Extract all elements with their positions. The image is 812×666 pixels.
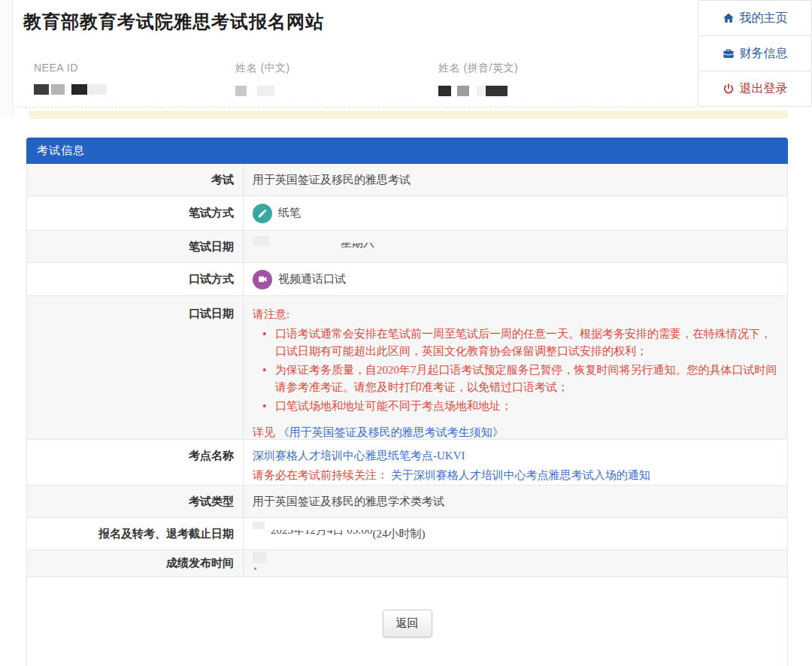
table-row-speaking-mode: 口试方式 视频通话口试 xyxy=(27,263,787,296)
row-value: 深圳赛格人才培训中心雅思纸笔考点-UKVI 请务必在考试前持续关注： 关于深圳赛… xyxy=(244,440,787,485)
redaction-block xyxy=(253,552,267,563)
centre-notice-prefix: 请务必在考试前持续关注： xyxy=(253,469,388,481)
neea-id-redacted-value xyxy=(34,83,109,95)
clipped-text: 星期六 xyxy=(341,243,374,251)
row-value-redacted: 2023年12月4日 05:00 (24小时制) xyxy=(244,518,787,549)
table-row-speaking-date: 口试日期 请注意: 口语考试通常会安排在笔试前一周至笔试后一周的任意一天。根据考… xyxy=(27,296,787,440)
name-cn-field: 姓名 (中文) xyxy=(235,62,290,96)
table-row-written-mode: 笔试方式 纸笔 xyxy=(27,196,787,231)
neea-id-field: NEEA ID xyxy=(34,62,109,95)
redaction-block xyxy=(235,86,247,96)
redaction-dot xyxy=(254,568,256,570)
menu-item-label: 财务信息 xyxy=(740,46,788,62)
see-also-line: 详见 《用于英国签证及移民的雅思考试考生须知》 xyxy=(253,424,778,441)
pencil-icon xyxy=(253,204,272,223)
row-value: 纸笔 xyxy=(244,196,787,230)
row-label: 笔试日期 xyxy=(27,231,244,262)
table-row-centre-name: 考点名称 深圳赛格人才培训中心雅思纸笔考点-UKVI 请务必在考试前持续关注： … xyxy=(27,440,787,486)
speaking-date-notice: 请注意: 口语考试通常会安排在笔试前一周至笔试后一周的任意一天。根据考务安排的需… xyxy=(253,296,778,441)
row-value: 用于英国签证及移民的雅思学术类考试 xyxy=(244,486,787,517)
redaction-block xyxy=(51,84,65,95)
row-value: 请注意: 口语考试通常会安排在笔试前一周至笔试后一周的任意一天。根据考务安排的需… xyxy=(244,296,787,439)
briefcase-icon xyxy=(723,47,735,59)
redaction-block xyxy=(34,84,49,95)
menu-item-label: 退出登录 xyxy=(740,81,788,97)
notice-list: 口语考试通常会安排在笔试前一周至笔试后一周的任意一天。根据考务安排的需要，在特殊… xyxy=(253,325,778,415)
speaking-mode-text: 视频通话口试 xyxy=(278,272,346,286)
row-label: 考试 xyxy=(27,164,244,195)
back-button[interactable]: 返回 xyxy=(383,610,432,637)
exam-info-panel: 考试信息 考试 用于英国签证及移民的雅思考试 笔试方式 纸笔 笔试日期 星期六 xyxy=(26,138,788,666)
redaction-block xyxy=(486,86,508,96)
row-value: 用于英国签证及移民的雅思考试 xyxy=(244,164,787,195)
redaction-block xyxy=(438,86,451,96)
notice-item: 口笔试场地和地址可能不同于考点场地和地址； xyxy=(253,398,778,415)
alert-strip xyxy=(29,110,788,119)
page-left-gutter xyxy=(0,0,13,117)
notice-item: 口语考试通常会安排在笔试前一周至笔试后一周的任意一天。根据考务安排的需要，在特殊… xyxy=(253,325,778,360)
written-mode-text: 纸笔 xyxy=(278,206,301,220)
centre-value: 深圳赛格人才培训中心雅思纸笔考点-UKVI 请务必在考试前持续关注： 关于深圳赛… xyxy=(253,440,650,491)
power-icon xyxy=(723,83,735,95)
notice-item: 为保证考务质量，自2020年7月起口语考试预定服务已暂停，恢复时间将另行通知。您… xyxy=(253,362,778,396)
row-value-redacted: 星期六 xyxy=(244,231,787,262)
name-cn-redacted-value xyxy=(235,85,290,96)
row-label: 口试方式 xyxy=(27,263,244,295)
table-row-exam: 考试 用于英国签证及移民的雅思考试 xyxy=(27,164,787,196)
see-also-prefix: 详见 xyxy=(253,426,275,438)
table-row-deadline: 报名及转考、退考截止日期 2023年12月4日 05:00 (24小时制) xyxy=(27,518,787,550)
row-label: 报名及转考、退考截止日期 xyxy=(27,518,244,549)
site-header: 教育部教育考试院雅思考试报名网站 NEEA ID 姓名 (中文) 姓名 (拼音/… xyxy=(14,0,695,107)
home-icon xyxy=(723,12,735,24)
name-en-field: 姓名 (拼音/英文) xyxy=(438,62,518,96)
row-label: 成绩发布时间 xyxy=(27,550,244,577)
candidate-notice-link[interactable]: 《用于英国签证及移民的雅思考试考生须知》 xyxy=(278,426,504,438)
table-row-written-date: 笔试日期 星期六 xyxy=(27,231,787,263)
panel-footer: 返回 xyxy=(26,577,788,666)
name-cn-label: 姓名 (中文) xyxy=(235,62,290,75)
clipped-text: 2023年12月4日 05:00 xyxy=(271,530,372,538)
row-value-redacted xyxy=(244,550,787,577)
centre-name-link[interactable]: 深圳赛格人才培训中心雅思纸笔考点-UKVI xyxy=(253,450,465,462)
panel-title: 考试信息 xyxy=(26,138,788,164)
row-label: 考试类型 xyxy=(27,486,244,517)
menu-item-my-home[interactable]: 我的主页 xyxy=(698,0,812,36)
neea-id-label: NEEA ID xyxy=(34,62,109,74)
top-right-menu: 我的主页 财务信息 退出登录 xyxy=(698,0,812,107)
site-title: 教育部教育考试院雅思考试报名网站 xyxy=(23,10,324,34)
redaction-block xyxy=(457,86,469,96)
centre-notice-link[interactable]: 关于深圳赛格人才培训中心考点雅思考试入场的通知 xyxy=(391,469,650,481)
row-label: 考点名称 xyxy=(27,440,244,485)
name-en-redacted-value xyxy=(438,85,518,96)
menu-item-finance-info[interactable]: 财务信息 xyxy=(698,35,812,71)
table-row-exam-type: 考试类型 用于英国签证及移民的雅思学术类考试 xyxy=(27,486,787,518)
exam-info-table: 考试 用于英国签证及移民的雅思考试 笔试方式 纸笔 笔试日期 星期六 口试方式 xyxy=(26,164,788,577)
menu-item-logout[interactable]: 退出登录 xyxy=(698,71,812,107)
deadline-visible-text: (24小时制) xyxy=(372,527,425,541)
redaction-block xyxy=(71,84,87,95)
table-row-score-release: 成绩发布时间 xyxy=(27,550,787,577)
row-label: 笔试方式 xyxy=(27,196,244,230)
notice-title: 请注意: xyxy=(253,306,778,323)
redaction-group xyxy=(253,552,267,570)
redaction-block xyxy=(477,86,486,96)
redaction-block xyxy=(253,522,265,529)
video-camera-icon xyxy=(253,270,272,289)
row-label: 口试日期 xyxy=(27,296,244,439)
redaction-block xyxy=(257,86,274,96)
redaction-block xyxy=(87,84,107,95)
menu-item-label: 我的主页 xyxy=(740,11,788,26)
name-en-label: 姓名 (拼音/英文) xyxy=(438,62,518,75)
row-value: 视频通话口试 xyxy=(244,263,787,295)
redaction-block xyxy=(253,236,269,246)
